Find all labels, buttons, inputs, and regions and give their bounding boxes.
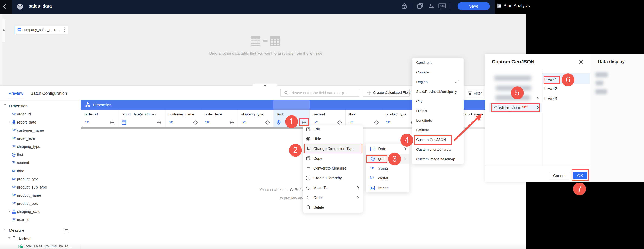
svg-text:*: * bbox=[21, 244, 22, 247]
svg-text:Hint: Hint bbox=[440, 4, 444, 7]
svg-text:N: N bbox=[18, 244, 21, 249]
